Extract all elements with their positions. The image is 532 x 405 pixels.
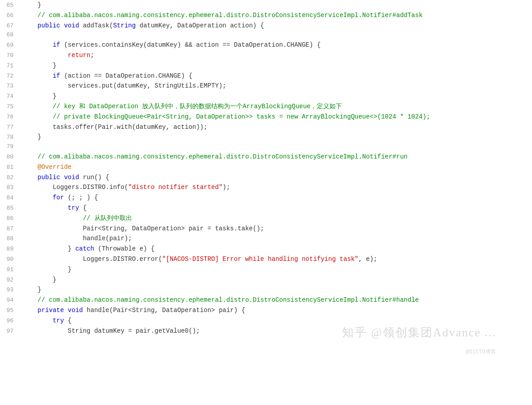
code-line: for (; ; ) { — [19, 193, 532, 202]
code-token: (action == DataOperation.CHANGE) { — [60, 72, 192, 79]
code-container: 65 }66 // com.alibaba.nacos.naming.consi… — [0, 0, 532, 405]
code-row: 83 Loggers.DISTRO.info("distro notifier … — [0, 182, 532, 193]
code-token: void — [64, 22, 79, 29]
code-line: } — [19, 275, 532, 285]
code-token: "distro notifier started" — [128, 184, 222, 191]
line-number: 71 — [0, 62, 19, 71]
code-token: } — [22, 276, 57, 283]
code-row: 87 Pair<String, DataOperation> pair = ta… — [0, 224, 532, 234]
code-row: 80 // com.alibaba.nacos.naming.consisten… — [0, 152, 532, 162]
code-token: if — [53, 41, 60, 48]
line-number: 65 — [0, 1, 19, 10]
code-line: try { — [19, 203, 532, 213]
code-line: public void addTask(String datumKey, Dat… — [19, 21, 532, 31]
line-number: 79 — [0, 142, 19, 152]
code-token: tasks.offer(Pair.with(datumKey, action))… — [22, 123, 208, 131]
code-token — [64, 307, 67, 314]
code-line: } — [19, 285, 532, 295]
code-token — [22, 307, 38, 314]
code-token: , e); — [359, 255, 377, 263]
code-token: @Override — [22, 163, 71, 171]
code-row: 71 } — [0, 61, 532, 71]
line-number: 67 — [0, 22, 19, 31]
line-number: 69 — [0, 41, 19, 50]
code-line: } — [19, 0, 532, 10]
line-number: 70 — [0, 51, 19, 61]
code-token: Pair<String, DataOperation> pair = tasks… — [22, 225, 264, 232]
code-token: handle(Pair<String, DataOperation> pair)… — [83, 307, 245, 314]
code-row: 96 try { — [0, 316, 532, 326]
code-token: } — [22, 1, 41, 9]
code-token: // key 和 DataOperation 放入队列中，队列的数据结构为一个A… — [22, 103, 342, 110]
code-token: // com.alibaba.nacos.naming.consistency.… — [22, 296, 419, 304]
line-number: 82 — [0, 173, 19, 183]
code-row: 66 // com.alibaba.nacos.naming.consisten… — [0, 10, 532, 21]
code-token — [22, 41, 53, 48]
code-line: return; — [19, 50, 532, 60]
code-line: // private BlockingQueue<Pair<String, Da… — [19, 112, 532, 122]
code-row: 93 } — [0, 285, 532, 295]
code-line: // key 和 DataOperation 放入队列中，队列的数据结构为一个A… — [19, 101, 532, 111]
code-token: "[NACOS-DISTRO] Error while handling not… — [162, 255, 359, 263]
code-line: try { — [19, 316, 532, 326]
code-row: 74 } — [0, 91, 532, 101]
code-row: 82 public void run() { — [0, 172, 532, 183]
code-token: String — [113, 22, 136, 29]
code-token: for — [53, 194, 64, 201]
line-number: 80 — [0, 153, 19, 162]
line-number: 97 — [0, 327, 19, 336]
line-number: 89 — [0, 245, 19, 254]
line-number: 77 — [0, 123, 19, 132]
code-token: } — [22, 245, 75, 252]
code-token: } — [22, 62, 57, 69]
code-line: // com.alibaba.nacos.naming.consistency.… — [19, 10, 532, 20]
code-token: { — [79, 204, 87, 211]
line-number: 88 — [0, 234, 19, 244]
code-token: { — [64, 317, 71, 324]
line-number: 81 — [0, 163, 19, 172]
line-number: 86 — [0, 214, 19, 224]
code-row: 97 String datumKey = pair.getValue0(); — [0, 326, 532, 336]
code-row: 70 return; — [0, 50, 532, 61]
code-row: 92 } — [0, 275, 532, 285]
code-token: // com.alibaba.nacos.naming.consistency.… — [22, 12, 423, 19]
code-token: addTask( — [79, 22, 113, 29]
code-row: 85 try { — [0, 203, 532, 213]
code-line: if (services.containsKey(datumKey) && ac… — [19, 40, 532, 50]
code-line: } — [19, 264, 532, 274]
watermark-source: @51CTO博客 — [466, 348, 496, 357]
code-token: handle(pair); — [22, 235, 132, 242]
code-token: String datumKey = pair.getValue0(); — [22, 327, 200, 335]
code-token: Loggers.DISTRO.error( — [22, 255, 162, 263]
code-row: 69 if (services.containsKey(datumKey) &&… — [0, 40, 532, 50]
code-token: (; ; ) { — [64, 194, 98, 201]
line-number: 73 — [0, 82, 19, 91]
code-row: 95 private void handle(Pair<String, Data… — [0, 305, 532, 316]
code-token: (Throwable e) { — [94, 245, 155, 252]
code-token: datumKey, DataOperation action) { — [136, 22, 264, 29]
code-row: 67 public void addTask(String datumKey, … — [0, 21, 532, 31]
line-number: 74 — [0, 92, 19, 101]
code-line: Loggers.DISTRO.info("distro notifier sta… — [19, 182, 532, 192]
code-row: 84 for (; ; ) { — [0, 193, 532, 203]
line-number: 66 — [0, 11, 19, 21]
code-token: public — [38, 22, 60, 29]
code-line: Pair<String, DataOperation> pair = tasks… — [19, 224, 532, 233]
code-token: (services.containsKey(datumKey) && actio… — [60, 41, 321, 48]
line-number: 90 — [0, 255, 19, 264]
code-token: ); — [222, 184, 230, 191]
line-number: 72 — [0, 72, 19, 81]
code-line: } catch (Throwable e) { — [19, 244, 532, 254]
code-token: if — [53, 72, 60, 79]
code-line: if (action == DataOperation.CHANGE) { — [19, 71, 532, 81]
line-number: 96 — [0, 317, 19, 326]
code-token: catch — [75, 245, 94, 252]
code-token: return — [68, 52, 90, 59]
code-line: // com.alibaba.nacos.naming.consistency.… — [19, 295, 532, 305]
code-row: 68 — [0, 31, 532, 40]
line-number: 85 — [0, 204, 19, 213]
code-line: handle(pair); — [19, 233, 532, 243]
code-row: 81 @Override — [0, 162, 532, 172]
code-row: 76 // private BlockingQueue<Pair<String,… — [0, 112, 532, 122]
code-token: } — [22, 92, 57, 100]
